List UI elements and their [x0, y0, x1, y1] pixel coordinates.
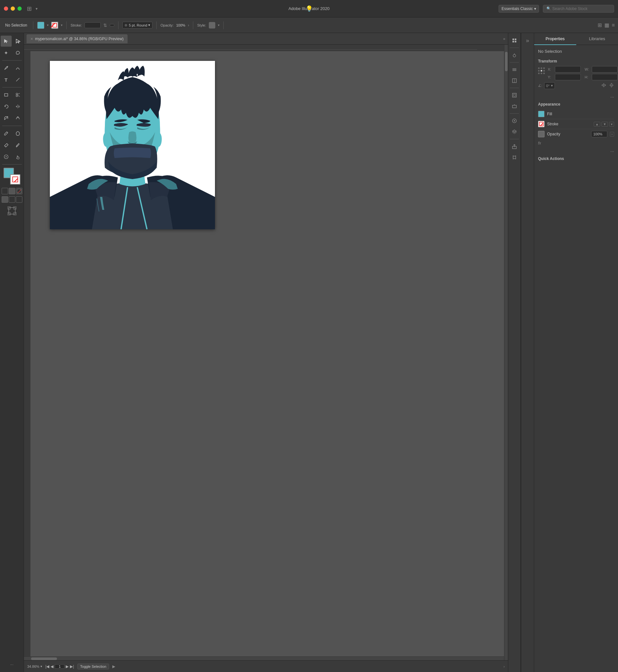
scissors-tool[interactable]: [12, 89, 23, 100]
opacity-expand[interactable]: ›: [188, 23, 189, 27]
zoom-dropdown-btn[interactable]: ▾: [40, 665, 42, 668]
w-input[interactable]: [592, 66, 618, 73]
svg-rect-14: [8, 207, 10, 209]
panel-icon[interactable]: ▦: [604, 22, 609, 28]
shaper-tool[interactable]: [12, 113, 23, 124]
opacity-input[interactable]: 100%: [591, 131, 607, 137]
stroke-input[interactable]: [85, 22, 101, 28]
blob-brush-tool[interactable]: [12, 128, 23, 139]
status-expand-right[interactable]: ›: [503, 665, 505, 668]
file-tab[interactable]: × mypersonalicon.ai* @ 34.86% (RGB/GPU P…: [26, 34, 127, 43]
vertical-scrollbar[interactable]: [504, 45, 508, 660]
stroke-appearance-swatch[interactable]: [538, 121, 544, 127]
stroke-stepper[interactable]: ⇅: [103, 23, 107, 28]
stroke-type-dropdown[interactable]: 5 pt. Round ▾: [122, 22, 152, 28]
opacity-expand-btn[interactable]: ›: [610, 132, 614, 137]
horizontal-scrollbar[interactable]: [24, 657, 504, 660]
fill-color-swatch[interactable]: [37, 22, 44, 29]
appearance-more-options[interactable]: ···: [538, 149, 614, 154]
canvas-container[interactable]: [24, 45, 508, 660]
draw-normal-btn[interactable]: [2, 196, 8, 203]
next-page-btn[interactable]: ▶: [66, 664, 69, 669]
h-input[interactable]: [592, 74, 618, 80]
stroke-indicator[interactable]: [51, 22, 58, 29]
dock-icon-1[interactable]: »: [523, 36, 532, 45]
style-swatch[interactable]: [209, 22, 215, 28]
rotate-tool[interactable]: [1, 101, 12, 112]
close-button[interactable]: [4, 6, 8, 11]
selection-tool[interactable]: [1, 36, 12, 46]
hand-tool[interactable]: [12, 151, 23, 162]
toggle-selection-arrow[interactable]: ▶: [112, 664, 115, 669]
flip-v-btn[interactable]: [609, 83, 614, 89]
draw-behind-btn[interactable]: [9, 196, 15, 203]
prev-page-btn[interactable]: ◀: [50, 664, 54, 669]
style-arrow[interactable]: ▾: [218, 23, 219, 27]
vertical-scroll-thumb[interactable]: [505, 52, 508, 71]
gradient-mode-btn[interactable]: [9, 188, 15, 194]
angle-dropdown[interactable]: 0° ▾: [544, 82, 555, 89]
tab-close-btn[interactable]: ×: [30, 36, 33, 41]
transform-more-options[interactable]: ···: [538, 94, 614, 99]
properties-tab[interactable]: Properties: [534, 33, 576, 45]
stroke-down-btn[interactable]: ▼: [602, 122, 608, 127]
libraries-tab[interactable]: Libraries: [576, 33, 618, 45]
search-stock-input[interactable]: [552, 6, 611, 11]
stroke-options-btn[interactable]: ▾: [609, 122, 614, 127]
magic-wand-tool[interactable]: ✦: [1, 47, 12, 58]
search-stock-field[interactable]: 🔍: [543, 5, 614, 13]
app-menu-icon[interactable]: ⊞: [27, 5, 32, 12]
page-input[interactable]: 1: [55, 664, 65, 669]
stroke-arrow[interactable]: ▾: [61, 23, 63, 27]
fill-arrow[interactable]: ▾: [47, 23, 48, 27]
app-menu-arrow[interactable]: ▾: [35, 6, 37, 11]
layers-mid-icon[interactable]: [510, 127, 519, 137]
menu-icon[interactable]: ≡: [612, 22, 615, 28]
more-tools-btn[interactable]: ···: [10, 662, 13, 669]
stroke-up-btn[interactable]: ▲: [594, 122, 600, 127]
stroke-swatch[interactable]: [10, 174, 20, 185]
workspace-selector[interactable]: Essentials Classic ▾: [499, 5, 539, 13]
none-mode-btn[interactable]: [16, 188, 22, 194]
view-toggle-icon[interactable]: ⊞: [598, 22, 602, 28]
curvature-tool[interactable]: [12, 63, 23, 74]
panel-collapse-btn[interactable]: «: [503, 36, 505, 41]
pen-tool[interactable]: [1, 63, 12, 74]
export-mid-icon[interactable]: [510, 141, 519, 151]
reflect-tool[interactable]: [12, 101, 23, 112]
measure-tool[interactable]: [1, 151, 12, 162]
last-page-btn[interactable]: ▶|: [70, 664, 74, 669]
align-icon-mid[interactable]: [510, 90, 519, 100]
reference-point-indicator[interactable]: [538, 67, 545, 75]
bulb-icon[interactable]: 💡: [306, 5, 313, 12]
draw-inside-btn[interactable]: [16, 196, 22, 203]
y-input[interactable]: [555, 74, 581, 80]
flip-h-btn[interactable]: [601, 83, 606, 89]
color-mode-btn[interactable]: [2, 188, 8, 194]
transform-icon-mid[interactable]: [510, 101, 519, 111]
first-page-btn[interactable]: |◀: [45, 664, 49, 669]
grid-view-icon[interactable]: [510, 36, 519, 45]
scale-warp-tool[interactable]: [1, 113, 12, 124]
rectangle-tool[interactable]: [1, 89, 12, 100]
paint-icon[interactable]: [510, 50, 519, 60]
eraser-tool[interactable]: [1, 139, 12, 151]
toggle-selection-btn[interactable]: Toggle Selection: [77, 664, 109, 669]
eyedropper-tool[interactable]: [12, 139, 23, 151]
direct-selection-tool[interactable]: [12, 36, 23, 46]
horizontal-scroll-thumb[interactable]: [31, 657, 57, 660]
split-icon[interactable]: [510, 76, 519, 86]
maximize-button[interactable]: [17, 6, 22, 11]
fill-appearance-swatch[interactable]: [538, 111, 544, 117]
minimize-button[interactable]: [11, 6, 15, 11]
lasso-tool[interactable]: [12, 47, 23, 58]
type-tool[interactable]: T: [1, 74, 12, 85]
line-segment-tool[interactable]: [12, 74, 23, 85]
artboard-btn[interactable]: [7, 206, 17, 217]
lines-icon[interactable]: [510, 65, 519, 75]
artboard-mid-icon[interactable]: [510, 153, 519, 162]
stroke-style-dropdown[interactable]: [110, 24, 114, 26]
paintbrush-tool[interactable]: [1, 128, 12, 139]
x-input[interactable]: [555, 66, 581, 73]
circle-mid-icon[interactable]: [510, 116, 519, 126]
